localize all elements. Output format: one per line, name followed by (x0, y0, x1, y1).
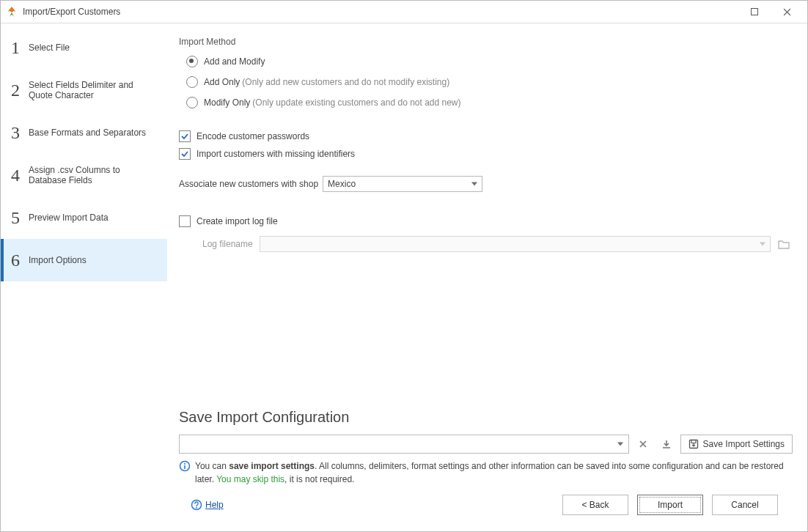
wizard-window: Import/Export Customers 1 Select File 2 … (0, 0, 808, 532)
button-label: < Back (581, 500, 609, 510)
save-config-section: Save Import Configuration (179, 409, 793, 486)
maximize-button[interactable] (738, 1, 771, 23)
button-label: Cancel (731, 500, 758, 510)
checkbox-create-log[interactable]: Create import log file (179, 213, 793, 230)
step-label: Assign .csv Columns to Database Fields (29, 165, 157, 186)
info-icon (179, 460, 191, 472)
step-label: Select Fields Delimiter and Quote Charac… (29, 80, 157, 101)
radio-icon (186, 56, 198, 67)
content-panel: Import Method Add and Modify Add Only (O… (167, 23, 807, 531)
cancel-button[interactable]: Cancel (712, 495, 778, 515)
import-method-label: Import Method (179, 37, 793, 47)
step-label: Select File (29, 43, 157, 53)
checkbox-missing-identifiers[interactable]: Import customers with missing identifier… (179, 145, 793, 163)
svg-point-4 (184, 463, 186, 465)
checkbox-label: Encode customer passwords (197, 131, 309, 141)
close-button[interactable] (771, 1, 803, 23)
options-area: Import Method Add and Modify Add Only (O… (179, 37, 793, 409)
save-config-header: Save Import Configuration (179, 409, 793, 426)
window-title: Import/Export Customers (23, 7, 738, 17)
radio-label: Modify Only (204, 97, 250, 108)
log-filename-row: Log filename (202, 236, 793, 252)
step-1[interactable]: 1 Select File (1, 26, 167, 69)
step-number: 3 (11, 123, 29, 143)
browse-log-button (775, 236, 793, 252)
svg-point-7 (196, 507, 197, 509)
step-number: 2 (11, 81, 29, 100)
associate-shop-label: Associate new customers with shop (179, 179, 318, 189)
checkbox-icon (179, 130, 191, 142)
save-icon (688, 439, 699, 449)
step-number: 1 (11, 38, 29, 58)
app-icon (5, 5, 18, 18)
step-label: Preview Import Data (29, 213, 157, 223)
checkbox-encode-passwords[interactable]: Encode customer passwords (179, 128, 793, 145)
log-filename-input (260, 236, 771, 252)
select-value: Mexico (328, 179, 356, 189)
back-button[interactable]: < Back (562, 495, 628, 515)
window-buttons (738, 1, 803, 23)
titlebar: Import/Export Customers (1, 1, 807, 23)
info-text-bold: save import settings (229, 461, 315, 471)
log-section: Create import log file Log filename (179, 213, 793, 252)
delete-config-button[interactable] (633, 435, 653, 454)
save-config-row: Save Import Settings (179, 435, 793, 454)
step-3[interactable]: 3 Base Formats and Separators (1, 111, 167, 154)
step-number: 5 (11, 208, 29, 228)
import-button[interactable]: Import (637, 495, 703, 515)
client-area: 1 Select File 2 Select Fields Delimiter … (1, 23, 807, 531)
svg-rect-5 (184, 465, 186, 469)
svg-rect-0 (752, 9, 758, 15)
wizard-footer: Help < Back Import Cancel (179, 486, 793, 524)
step-5[interactable]: 5 Preview Import Data (1, 196, 167, 239)
save-config-combo[interactable] (179, 435, 629, 454)
step-label: Import Options (29, 255, 157, 265)
checkbox-label: Import customers with missing identifier… (197, 149, 355, 159)
radio-label: Add and Modify (204, 56, 265, 67)
button-label: Import (658, 500, 683, 510)
info-text-part: You can (195, 461, 229, 471)
step-number: 4 (11, 166, 29, 185)
checkbox-label: Create import log file (197, 216, 278, 226)
info-text: You can save import settings. All column… (195, 459, 793, 486)
button-label: Save Import Settings (703, 439, 785, 449)
step-2[interactable]: 2 Select Fields Delimiter and Quote Char… (1, 69, 167, 111)
radio-label: Add Only (204, 77, 240, 87)
associate-shop-select[interactable]: Mexico (323, 176, 482, 192)
radio-add-only[interactable]: Add Only (Only add new customers and do … (186, 72, 793, 92)
step-number: 6 (11, 251, 29, 270)
help-label: Help (205, 500, 224, 510)
radio-modify-only[interactable]: Modify Only (Only update existing custom… (186, 92, 793, 113)
save-import-settings-button[interactable]: Save Import Settings (680, 435, 793, 454)
help-link[interactable]: Help (191, 499, 224, 511)
radio-hint: (Only add new customers and do not modif… (242, 77, 449, 87)
radio-icon (186, 76, 198, 88)
step-4[interactable]: 4 Assign .csv Columns to Database Fields (1, 154, 167, 196)
associate-shop-row: Associate new customers with shop Mexico (179, 176, 793, 192)
step-6[interactable]: 6 Import Options (1, 239, 167, 281)
info-text-green: You may skip this (216, 474, 284, 484)
info-text-part: , it is not required. (284, 474, 354, 484)
radio-icon (186, 97, 198, 108)
log-filename-label: Log filename (202, 239, 260, 249)
help-icon (191, 499, 202, 511)
download-config-button[interactable] (657, 435, 676, 454)
radio-hint: (Only update existing customers and do n… (252, 97, 460, 108)
checkbox-icon (179, 215, 191, 227)
wizard-sidebar: 1 Select File 2 Select Fields Delimiter … (1, 23, 167, 531)
import-method-group: Add and Modify Add Only (Only add new cu… (186, 51, 793, 113)
checkbox-icon (179, 148, 191, 160)
save-config-info: You can save import settings. All column… (179, 459, 793, 486)
radio-add-and-modify[interactable]: Add and Modify (186, 51, 793, 72)
step-label: Base Formats and Separators (29, 128, 157, 138)
